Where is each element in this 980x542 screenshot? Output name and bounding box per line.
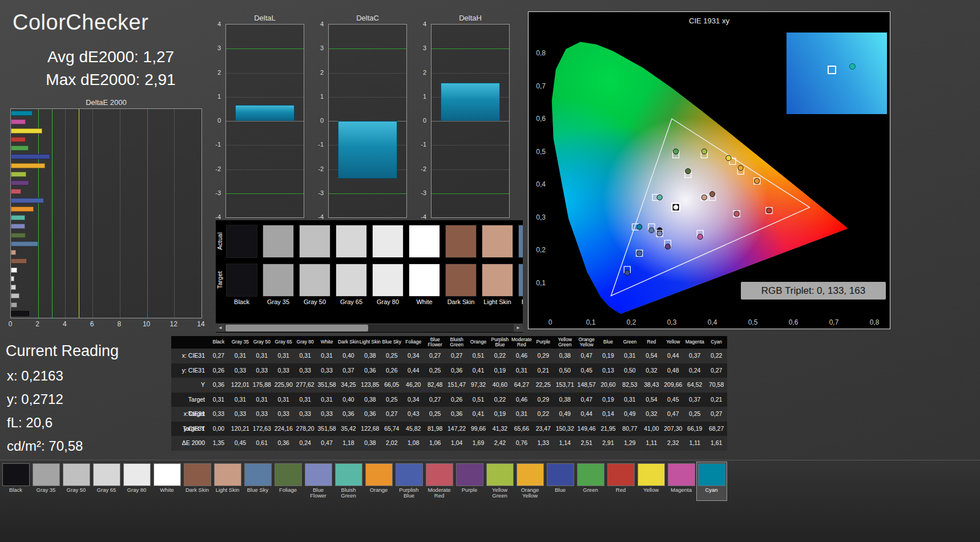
patch-button-red[interactable]: Red bbox=[606, 462, 636, 500]
patch-button-blue-flower[interactable]: Blue Flower bbox=[304, 462, 333, 500]
patch-button-gray-50[interactable]: Gray 50 bbox=[62, 462, 91, 500]
deltaC-bar-chart bbox=[328, 24, 407, 218]
table-cell: 0,47 bbox=[662, 407, 684, 422]
table-cell: 1,04 bbox=[446, 436, 467, 451]
y-tick-label: 3 bbox=[416, 45, 426, 51]
patch-button-blue[interactable]: Blue bbox=[546, 462, 575, 500]
table-cell: 0,32 bbox=[640, 363, 662, 378]
measured-point-blue bbox=[624, 270, 630, 276]
measured-point-foliage bbox=[685, 168, 691, 173]
deltaE-bar-gray-80 bbox=[11, 276, 14, 281]
gridline bbox=[431, 73, 509, 74]
table-cell: 0,31 bbox=[273, 349, 295, 363]
scroll-left-button[interactable]: ◄ bbox=[216, 324, 225, 332]
patch-button-label: Gray 50 bbox=[63, 487, 90, 499]
patch-swatch-strip: BlackGray 35Gray 50Gray 65Gray 80WhiteDa… bbox=[1, 462, 727, 500]
patch-button-gray-35[interactable]: Gray 35 bbox=[31, 462, 61, 500]
y-tick-label: -4 bbox=[313, 213, 324, 220]
table-row-y-cie31: y: CIE310,260,330,330,330,330,330,370,36… bbox=[171, 363, 727, 378]
table-cell: 0,31 bbox=[229, 349, 251, 363]
target-swatch-black bbox=[226, 264, 257, 297]
measured-point-blue-flower bbox=[657, 231, 662, 236]
table-cell: 0,44 bbox=[662, 349, 684, 363]
y-tick-label: 2 bbox=[416, 69, 426, 76]
table-cell: 0,31 bbox=[208, 393, 229, 407]
gridline bbox=[431, 193, 509, 194]
table-cell: 0,51 bbox=[467, 349, 489, 363]
patch-button-green[interactable]: Green bbox=[576, 462, 606, 500]
table-cell: 40,60 bbox=[489, 378, 511, 393]
table-cell: 82,48 bbox=[424, 378, 446, 393]
table-cell: 0,40 bbox=[338, 393, 360, 407]
table-cell: 0,54 bbox=[640, 393, 662, 407]
gridline bbox=[226, 193, 304, 194]
table-cell: 0,38 bbox=[554, 349, 576, 363]
patch-button-dark-skin[interactable]: Dark Skin bbox=[183, 462, 212, 500]
gridline bbox=[226, 97, 304, 98]
scrollbar-thumb[interactable] bbox=[225, 325, 368, 331]
patch-button-foliage[interactable]: Foliage bbox=[273, 462, 303, 500]
table-cell: 2,51 bbox=[576, 436, 598, 451]
table-cell: 0,19 bbox=[489, 363, 511, 378]
patch-button-purplish-blue[interactable]: Purplish Blue bbox=[394, 462, 424, 500]
compare-scrollbar[interactable]: ◄ ► bbox=[216, 323, 523, 332]
table-cell: 0,36 bbox=[359, 363, 381, 378]
patch-button-blue-sky[interactable]: Blue Sky bbox=[243, 462, 273, 500]
scroll-right-button[interactable]: ► bbox=[514, 324, 523, 332]
y-tick-label: 4 bbox=[313, 21, 324, 27]
patch-button-white[interactable]: White bbox=[152, 462, 182, 500]
patch-button-label: Green bbox=[577, 487, 604, 499]
patch-button-yellow[interactable]: Yellow bbox=[636, 462, 666, 500]
patch-button-label: Yellow bbox=[638, 487, 665, 499]
patch-color-light-skin bbox=[214, 463, 241, 486]
table-cell: 0,26 bbox=[381, 363, 402, 378]
measured-point-bluish-green bbox=[657, 195, 662, 200]
table-cell: 0,37 bbox=[684, 349, 705, 363]
patch-button-gray-80[interactable]: Gray 80 bbox=[122, 462, 152, 500]
patch-button-yellow-green[interactable]: Yellow Green bbox=[485, 462, 515, 500]
patch-button-label: Yellow Green bbox=[486, 487, 514, 499]
gridline bbox=[329, 73, 406, 74]
deltaE-bar-blue-flower bbox=[11, 224, 25, 229]
actual-swatch-blue-sky bbox=[518, 225, 523, 258]
table-cell: 0,36 bbox=[446, 363, 467, 378]
patch-color-black bbox=[2, 463, 30, 486]
patch-button-light-skin[interactable]: Light Skin bbox=[213, 462, 243, 500]
table-cell: 0,31 bbox=[316, 349, 338, 363]
table-cell: 0,41 bbox=[467, 407, 489, 422]
table-cell: 175,88 bbox=[251, 378, 273, 393]
measured-point-magenta bbox=[697, 234, 703, 239]
patch-button-orange[interactable]: Orange bbox=[364, 462, 394, 500]
patch-color-gray-80 bbox=[123, 463, 151, 486]
table-cell: 0,38 bbox=[554, 393, 576, 407]
y-tick-label: 1 bbox=[211, 93, 221, 100]
deltaE-bar-foliage bbox=[11, 233, 26, 238]
patch-button-gray-65[interactable]: Gray 65 bbox=[92, 462, 122, 500]
table-cell: 0,22 bbox=[705, 349, 727, 363]
patch-button-cyan[interactable]: Cyan bbox=[697, 462, 727, 500]
patch-color-white bbox=[154, 463, 181, 486]
gridline bbox=[431, 48, 509, 49]
compare-label-gray-50: Gray 50 bbox=[299, 298, 330, 305]
patch-button-moderate-red[interactable]: Moderate Red bbox=[425, 462, 454, 500]
y-tick-label: 0 bbox=[313, 117, 324, 124]
patch-button-bluish-green[interactable]: Bluish Green bbox=[334, 462, 364, 500]
patch-button-orange-yellow[interactable]: Orange Yellow bbox=[515, 462, 545, 500]
patch-button-label: Blue Sky bbox=[244, 487, 272, 499]
table-cell: 0,46 bbox=[511, 349, 533, 363]
patch-button-black[interactable]: Black bbox=[1, 462, 31, 500]
table-cell: 66,05 bbox=[381, 378, 402, 393]
gridline bbox=[329, 193, 406, 194]
inset-measured-marker bbox=[849, 63, 856, 70]
patch-button-purple[interactable]: Purple bbox=[455, 462, 485, 500]
cie-tick-label: 0,5 bbox=[536, 148, 546, 156]
table-cell: 0,19 bbox=[598, 393, 619, 407]
patch-button-label: Orange Yellow bbox=[517, 487, 544, 499]
gridline bbox=[92, 109, 93, 318]
patch-button-magenta[interactable]: Magenta bbox=[667, 462, 696, 500]
table-cell: 0,41 bbox=[467, 363, 489, 378]
deltaE-bar-dark-skin bbox=[11, 258, 27, 264]
table-cell: 0,27 bbox=[446, 349, 467, 363]
table-corner-cell bbox=[171, 336, 208, 349]
y-tick-label: -3 bbox=[416, 189, 426, 196]
